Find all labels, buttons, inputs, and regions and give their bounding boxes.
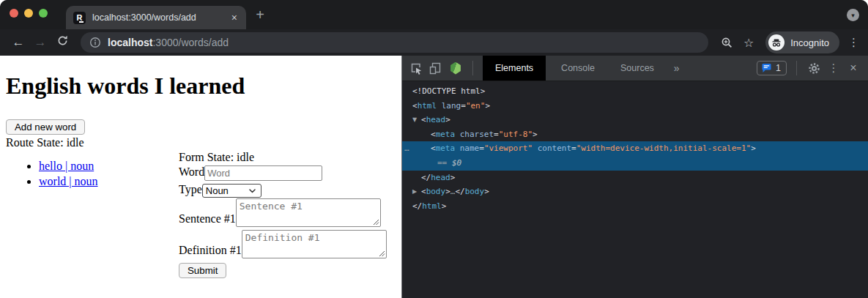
type-select-value: Noun	[206, 185, 229, 196]
issues-count: 1	[776, 63, 781, 73]
settings-gear-icon[interactable]	[806, 62, 821, 75]
back-icon[interactable]: ←	[9, 35, 28, 50]
word-link-world[interactable]: world | noun	[39, 175, 98, 187]
code-token-plain: <	[421, 187, 426, 196]
tab-sources[interactable]: Sources	[610, 56, 664, 81]
code-line[interactable]: </head>	[402, 171, 868, 185]
code-token-dim: ==	[437, 158, 452, 168]
minimize-window-button[interactable]	[24, 9, 33, 18]
form-state-text: Form State: idle	[179, 149, 387, 165]
fullscreen-window-button[interactable]	[39, 9, 48, 18]
url-path: :3000/words/add	[152, 37, 229, 48]
new-tab-button[interactable]: +	[252, 7, 268, 23]
devtools-menu-kebab-icon[interactable]: ⋮	[826, 62, 841, 75]
browser-tab[interactable]: R localhost:3000/words/add ×	[66, 6, 246, 29]
code-token-tag: html	[422, 201, 442, 211]
sentence-label: Sentence #1	[179, 212, 236, 226]
select-chevron-icon	[249, 189, 256, 193]
url-host: localhost	[108, 37, 152, 48]
bookmark-star-icon[interactable]: ☆	[739, 36, 758, 50]
extension-hexagon-icon[interactable]	[448, 62, 463, 75]
code-token-plain: <	[421, 115, 426, 124]
code-token-plain	[437, 101, 442, 111]
code-token-plain: <	[431, 130, 436, 139]
browser-window: R localhost:3000/words/add × + ▾ ← → loc…	[0, 0, 868, 298]
code-line[interactable]: ▼<head>	[402, 113, 868, 127]
device-toolbar-icon[interactable]	[429, 62, 443, 75]
info-icon[interactable]	[89, 37, 101, 48]
close-window-button[interactable]	[10, 9, 18, 18]
code-token-tag: head	[431, 173, 450, 182]
code-token-plain: </	[455, 187, 464, 196]
code-line[interactable]: == $0	[402, 156, 868, 171]
code-token-plain	[533, 144, 538, 153]
code-token-attr: lang	[442, 101, 461, 111]
code-token-tag: body	[426, 187, 446, 196]
inspect-element-icon[interactable]	[409, 62, 423, 75]
code-token-plain: >	[751, 144, 756, 153]
code-token-val: "en"	[466, 101, 486, 111]
code-line[interactable]: …<meta name="viewport" content="width=de…	[402, 141, 868, 156]
add-new-word-button[interactable]: Add new word	[6, 119, 85, 135]
code-line[interactable]: <html lang="en">	[402, 99, 868, 113]
word-list: hello | noun world | noun	[0, 158, 98, 189]
code-token-plain: >	[533, 130, 538, 139]
title-bar: R localhost:3000/words/add × + ▾	[0, 0, 868, 29]
definition-textarea[interactable]	[242, 230, 387, 258]
submit-button[interactable]: Submit	[179, 263, 226, 278]
code-token-plain: </	[412, 201, 422, 211]
code-token-plain: <!DOCTYPE html>	[412, 86, 485, 96]
code-token-tag: html	[418, 101, 437, 111]
devtools-panel: Elements Console Sources » 1 ⋮ × <!DOCTY…	[401, 56, 868, 298]
devtools-close-icon[interactable]: ×	[846, 62, 861, 75]
more-tabs-icon[interactable]: »	[669, 62, 684, 74]
code-token-plain: >	[445, 115, 450, 124]
issues-badge[interactable]: 1	[757, 61, 787, 75]
chevron-down-icon[interactable]: ▾	[847, 9, 859, 21]
code-token-val: "width=device-width,initial-scale=1"	[576, 144, 751, 153]
code-token-plain: >	[484, 187, 489, 196]
resize-grip-icon[interactable]	[379, 250, 385, 257]
list-item: hello | noun	[39, 158, 98, 174]
type-select[interactable]: Noun	[202, 184, 261, 198]
code-token-attr: charset	[460, 130, 494, 139]
tab-close-icon[interactable]: ×	[230, 12, 239, 23]
code-token-plain: >	[485, 101, 490, 111]
code-line[interactable]: </html>	[402, 199, 868, 214]
browser-toolbar: ← → localhost:3000/words/add ☆ Incognito…	[0, 29, 868, 56]
word-input[interactable]	[204, 165, 322, 181]
incognito-icon	[768, 34, 784, 51]
word-label: Word	[179, 165, 204, 179]
sentence-textarea[interactable]	[236, 198, 381, 227]
toolbar-separator	[472, 61, 473, 75]
incognito-badge: Incognito	[765, 31, 839, 53]
toolbar-separator	[796, 61, 797, 75]
word-link-hello[interactable]: hello | noun	[39, 160, 94, 172]
browser-menu-kebab-icon[interactable]: ⋮	[848, 36, 859, 49]
code-line[interactable]: <meta charset="utf-8">	[402, 127, 868, 142]
code-token-plain: =	[571, 144, 576, 153]
node-options-ellipsis-icon[interactable]: …	[404, 141, 409, 156]
code-token-attr: name	[460, 144, 480, 153]
code-token-dollar: $0	[452, 158, 461, 168]
url-text: localhost:3000/words/add	[108, 37, 229, 48]
code-token-plain: </	[421, 173, 431, 182]
expand-arrow-open-icon[interactable]: ▼	[412, 113, 421, 127]
address-bar[interactable]: localhost:3000/words/add	[81, 32, 708, 53]
code-line[interactable]: <!DOCTYPE html>	[402, 84, 868, 99]
code-token-tag: body	[465, 187, 485, 196]
tab-console[interactable]: Console	[551, 56, 605, 81]
tab-title: localhost:3000/words/add	[92, 12, 223, 23]
sentence-field-row: Sentence #1	[179, 198, 387, 227]
tab-elements[interactable]: Elements	[483, 56, 546, 81]
reload-icon[interactable]	[53, 34, 72, 51]
definition-field-row: Definition #1	[179, 230, 387, 258]
code-token-tag: head	[426, 115, 446, 124]
code-line[interactable]: ▶<body>…</body>	[402, 185, 868, 199]
resize-grip-icon[interactable]	[373, 219, 379, 226]
expand-arrow-closed-icon[interactable]: ▶	[412, 185, 421, 199]
zoom-in-icon[interactable]	[717, 37, 736, 49]
list-item: world | noun	[39, 174, 98, 189]
route-state-text: Route State: idle	[6, 136, 84, 149]
code-token-tag: meta	[436, 130, 456, 139]
